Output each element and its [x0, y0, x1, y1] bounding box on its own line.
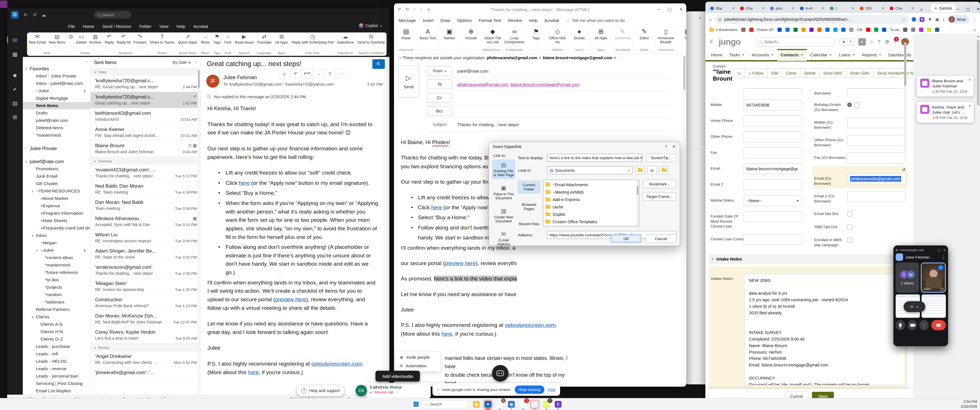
- sort-dropdown[interactable]: By Date ∨: [173, 60, 191, 65]
- compose-menu-tab[interactable]: Help: [529, 18, 538, 23]
- bookmark-star-icon[interactable]: ☆: [902, 17, 906, 22]
- close-icon[interactable]: ✕: [968, 78, 971, 82]
- drag-handle-icon[interactable]: ‖: [437, 388, 439, 392]
- browser-tab[interactable]: In-R ✕: [797, 3, 827, 13]
- pip-restore-icon[interactable]: ▢: [937, 248, 940, 252]
- setup-gear-icon[interactable]: ⚙: [885, 39, 889, 45]
- tab-close-icon[interactable]: ✕: [912, 6, 914, 10]
- field-input[interactable]: [847, 117, 906, 128]
- folder-item[interactable]: +Rate Sheets: [23, 217, 90, 224]
- folder-list-item[interactable]: Add-in Express: [544, 196, 638, 203]
- folder-item[interactable]: Leads - refi: [23, 350, 90, 358]
- ribbon-button[interactable]: ↷ Forward: [133, 34, 146, 44]
- bookmark-item[interactable]: [817, 28, 822, 32]
- bookmark-item[interactable]: Power VP: [757, 28, 774, 32]
- bookmark-item[interactable]: [882, 28, 886, 32]
- help-icon[interactable]: ?: [878, 39, 880, 45]
- quick-access-icon[interactable]: ☁: [41, 12, 46, 17]
- outlook-menu-tab[interactable]: Home: [83, 24, 94, 29]
- folder-chevron-icon[interactable]: ›: [25, 147, 30, 150]
- field-input[interactable]: [743, 88, 802, 97]
- quick-access-icon[interactable]: ↺: [32, 12, 36, 17]
- missed-call-notification[interactable]: Catherine Reese ↙Missed call: [366, 383, 431, 398]
- quick-access-icon[interactable]: ↻: [406, 7, 409, 12]
- compose-ribbon-button[interactable]: ⚑ Tags: [526, 26, 547, 52]
- field-input[interactable]: [847, 88, 906, 97]
- folder-chevron-icon[interactable]: ∨: [31, 189, 36, 193]
- field-input[interactable]: [847, 135, 906, 146]
- close-icon[interactable]: ✕: [977, 7, 980, 11]
- message-action-button[interactable]: ⋯: [336, 69, 347, 79]
- compose-ribbon-button[interactable]: ● Dictate Voice: [569, 26, 590, 52]
- intake-notes-textarea[interactable]: NEW JOBS data analyst for 8 yrs 1.5 yrs …: [744, 273, 905, 385]
- more-icon[interactable]: ⋯: [686, 147, 706, 153]
- cancel-button[interactable]: Cancel: [646, 234, 676, 243]
- pinned-participant-tile[interactable]: [896, 253, 903, 261]
- background-window-sliver[interactable]: × ⋯: [686, 11, 706, 385]
- ribbon-button[interactable]: ⚑ Tags: [213, 34, 221, 44]
- folder-item[interactable]: Leads - personal loan: [23, 372, 90, 380]
- ribbon-button[interactable]: ⇄ Translate: [257, 34, 272, 44]
- text-to-display-input[interactable]: here's a link to the video that explains…: [547, 154, 643, 162]
- jungo-nav-tab[interactable]: Dashboards▼: [885, 49, 913, 61]
- compose-menu-tab[interactable]: Review: [508, 18, 522, 23]
- extension-icon[interactable]: [912, 17, 916, 22]
- close-icon[interactable]: ×: [686, 11, 706, 24]
- compose-ribbon-button[interactable]: ◇ Office Add-ins Add-ins: [547, 26, 568, 52]
- folder-item[interactable]: Sent Items: [23, 102, 90, 109]
- folder-item[interactable]: Inbox - juleef@rate.com: [23, 80, 90, 87]
- ribbon-button[interactable]: ⊞ All Apps: [275, 34, 288, 44]
- list-scrollbar[interactable]: [198, 68, 200, 395]
- folder-item[interactable]: *projects: [23, 284, 90, 291]
- site-settings-icon[interactable]: ◎: [718, 17, 722, 22]
- search-tabs-icon[interactable]: ▣: [935, 17, 939, 22]
- ribbon-button[interactable]: ↶ Reply All: [116, 34, 130, 44]
- folder-item[interactable]: ∨ Favorites: [23, 65, 90, 72]
- folder-item[interactable]: ∨ Inbox: [23, 232, 90, 239]
- bookmark-item[interactable]: [786, 28, 790, 32]
- ribbon-button[interactable]: N Send to OneNote: [357, 34, 385, 44]
- bookmark-item[interactable]: OB: [857, 28, 862, 32]
- folder-item[interactable]: Inbox - Julee Private: [23, 72, 90, 80]
- groups-nav-icon[interactable]: ▤: [7, 100, 23, 106]
- others-tile[interactable]: TM 2 others: [896, 262, 919, 293]
- field-input[interactable]: [743, 234, 802, 245]
- bookmark-item[interactable]: [919, 28, 923, 32]
- taskbar-search[interactable]: Search: [421, 400, 469, 408]
- folder-item[interactable]: +Program Information: [23, 210, 90, 217]
- outlook-menu-tab[interactable]: Folder: [139, 24, 151, 29]
- compose-ribbon-button[interactable]: ✎ Sensitivity Sensitivity: [612, 26, 633, 52]
- meet-app[interactable]: ●: [530, 399, 539, 409]
- look-in-dropdown[interactable]: ▤Documents∨: [547, 166, 632, 174]
- calculator[interactable]: ▦: [506, 399, 516, 409]
- ribbon-button[interactable]: ⇗ Quick Steps: [178, 34, 197, 44]
- folder-item[interactable]: Junk Email: [23, 173, 90, 180]
- more-options-button[interactable]: ⋮: [919, 320, 929, 330]
- apps-nav-icon[interactable]: ⊞: [7, 114, 23, 121]
- folder-item[interactable]: Email List Replies: [23, 387, 90, 395]
- grammarly-extension-icon[interactable]: G: [920, 17, 924, 22]
- message-action-button[interactable]: ↶: [290, 69, 301, 79]
- maximize-icon[interactable]: ▢: [668, 7, 672, 12]
- folder-list-item[interactable]: Downloads: [544, 226, 638, 226]
- outlook-menu-tab[interactable]: File: [68, 24, 75, 29]
- bookmark-item[interactable]: [801, 28, 806, 32]
- to-button[interactable]: To: [427, 79, 452, 89]
- compose-ribbon-button[interactable]: ▤ Paste Clipboard: [396, 26, 417, 52]
- new-tab-button[interactable]: +: [917, 7, 926, 13]
- page-scrollbar[interactable]: ▲: [976, 34, 980, 406]
- message-action-button[interactable]: →: [313, 69, 324, 79]
- folder-item[interactable]: Deleted Items: [23, 124, 90, 132]
- bcc-button[interactable]: Bcc: [427, 106, 452, 116]
- folder-list-scrollbar[interactable]: [636, 181, 639, 226]
- cr-avatar-badge[interactable]: CR: [356, 385, 367, 396]
- outlook-menu-tab[interactable]: View: [159, 24, 169, 29]
- folder-item[interactable]: Referral Partners: [23, 306, 90, 313]
- bookmarks-overflow-icon[interactable]: »: [974, 27, 976, 32]
- participant-menu-icon[interactable]: ⋮: [941, 254, 946, 260]
- cc-button[interactable]: Cc: [427, 93, 452, 103]
- bookmark-item[interactable]: e Bookmarks: [710, 28, 738, 32]
- browser-tab[interactable]: phic ✕: [767, 3, 797, 13]
- bookmark-item[interactable]: [874, 28, 878, 32]
- jungo-nav-tab[interactable]: Contacts▼: [777, 49, 807, 61]
